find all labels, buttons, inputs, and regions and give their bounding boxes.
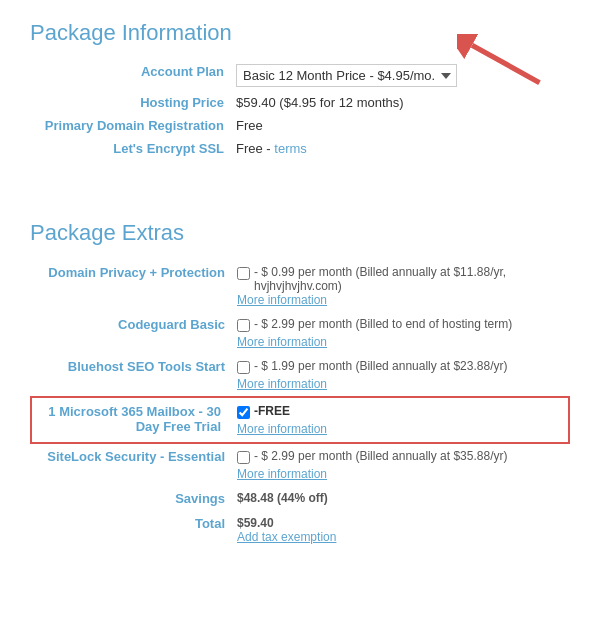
domain-privacy-checkbox[interactable] <box>237 267 250 280</box>
account-plan-row: Account Plan Basic 12 Month Price - $4.9… <box>30 60 570 91</box>
seo-tools-checkbox[interactable] <box>237 361 250 374</box>
savings-value: $48.48 (44% off) <box>231 486 569 511</box>
extras-table: Domain Privacy + Protection - $ 0.99 per… <box>30 260 570 549</box>
domain-privacy-label: Domain Privacy + Protection <box>31 260 231 312</box>
account-plan-label: Account Plan <box>30 60 230 91</box>
sitelock-label: SiteLock Security - Essential <box>31 443 231 486</box>
hosting-price-row: Hosting Price $59.40 ($4.95 for 12 month… <box>30 91 570 114</box>
ssl-label: Let's Encrypt SSL <box>30 137 230 160</box>
sitelock-checkbox-label[interactable]: - $ 2.99 per month (Billed annually at $… <box>237 449 507 464</box>
add-tax-link[interactable]: Add tax exemption <box>237 530 336 544</box>
seo-tools-row: Bluehost SEO Tools Start - $ 1.99 per mo… <box>31 354 569 397</box>
domain-privacy-more-info[interactable]: More information <box>237 293 563 307</box>
savings-label: Savings <box>31 486 231 511</box>
codeguard-more-info[interactable]: More information <box>237 335 563 349</box>
sitelock-value: - $ 2.99 per month (Billed annually at $… <box>231 443 569 486</box>
ssl-free-text: Free <box>236 141 263 156</box>
microsoft-365-row: 1 Microsoft 365 Mailbox - 30 Day Free Tr… <box>31 397 569 443</box>
microsoft-365-checkbox[interactable] <box>237 406 250 419</box>
codeguard-checkbox-label[interactable]: - $ 2.99 per month (Billed to end of hos… <box>237 317 512 332</box>
microsoft-365-more-info[interactable]: More information <box>237 422 562 436</box>
domain-privacy-row: Domain Privacy + Protection - $ 0.99 per… <box>31 260 569 312</box>
codeguard-value: - $ 2.99 per month (Billed to end of hos… <box>231 312 569 354</box>
seo-tools-checkbox-label[interactable]: - $ 1.99 per month (Billed annually at $… <box>237 359 507 374</box>
microsoft-365-checkbox-label[interactable]: -FREE <box>237 404 290 419</box>
primary-domain-value: Free <box>230 114 570 137</box>
domain-privacy-checkbox-label[interactable]: - $ 0.99 per month (Billed annually at $… <box>237 265 563 293</box>
codeguard-desc: - $ 2.99 per month (Billed to end of hos… <box>254 317 512 331</box>
total-amount: $59.40 <box>237 516 563 530</box>
account-plan-select-container: Basic 12 Month Price - $4.95/mo.Basic 24… <box>236 64 457 87</box>
package-extras-title: Package Extras <box>30 220 570 246</box>
total-label: Total <box>31 511 231 549</box>
package-info-table: Account Plan Basic 12 Month Price - $4.9… <box>30 60 570 160</box>
domain-privacy-desc: - $ 0.99 per month (Billed annually at $… <box>254 265 563 293</box>
ssl-value: Free - terms <box>230 137 570 160</box>
microsoft-365-value: -FREE More information <box>231 397 569 443</box>
sitelock-row: SiteLock Security - Essential - $ 2.99 p… <box>31 443 569 486</box>
codeguard-checkbox[interactable] <box>237 319 250 332</box>
red-arrow-icon <box>457 34 547 94</box>
hosting-price-value: $59.40 ($4.95 for 12 months) <box>230 91 570 114</box>
seo-tools-value: - $ 1.99 per month (Billed annually at $… <box>231 354 569 397</box>
codeguard-label: Codeguard Basic <box>31 312 231 354</box>
account-plan-select[interactable]: Basic 12 Month Price - $4.95/mo.Basic 24… <box>236 64 457 87</box>
sitelock-checkbox[interactable] <box>237 451 250 464</box>
seo-tools-more-info[interactable]: More information <box>237 377 563 391</box>
total-row: Total $59.40 Add tax exemption <box>31 511 569 549</box>
account-plan-value: Basic 12 Month Price - $4.95/mo.Basic 24… <box>230 60 570 91</box>
section-divider <box>30 180 570 200</box>
total-value: $59.40 Add tax exemption <box>231 511 569 549</box>
ssl-terms-link[interactable]: terms <box>274 141 307 156</box>
microsoft-365-desc: -FREE <box>254 404 290 418</box>
savings-row: Savings $48.48 (44% off) <box>31 486 569 511</box>
sitelock-desc: - $ 2.99 per month (Billed annually at $… <box>254 449 507 463</box>
sitelock-more-info[interactable]: More information <box>237 467 563 481</box>
seo-tools-label: Bluehost SEO Tools Start <box>31 354 231 397</box>
hosting-price-label: Hosting Price <box>30 91 230 114</box>
primary-domain-row: Primary Domain Registration Free <box>30 114 570 137</box>
primary-domain-label: Primary Domain Registration <box>30 114 230 137</box>
ssl-row: Let's Encrypt SSL Free - terms <box>30 137 570 160</box>
domain-privacy-value: - $ 0.99 per month (Billed annually at $… <box>231 260 569 312</box>
svg-line-1 <box>472 45 540 83</box>
codeguard-row: Codeguard Basic - $ 2.99 per month (Bill… <box>31 312 569 354</box>
seo-tools-desc: - $ 1.99 per month (Billed annually at $… <box>254 359 507 373</box>
microsoft-365-label: 1 Microsoft 365 Mailbox - 30 Day Free Tr… <box>31 397 231 443</box>
